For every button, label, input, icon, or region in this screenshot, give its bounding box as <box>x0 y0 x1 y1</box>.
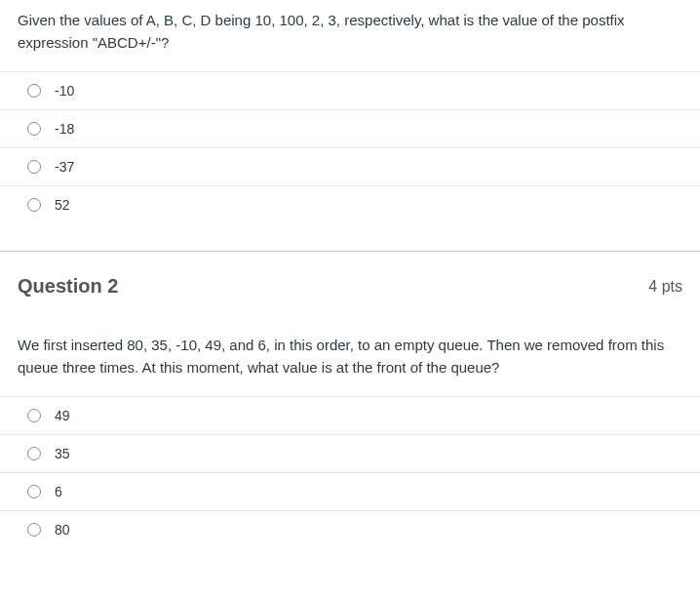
option-label: 52 <box>55 197 70 213</box>
option-row[interactable]: 6 <box>0 473 700 511</box>
question-2-options: 49 35 6 80 <box>0 396 700 548</box>
option-row[interactable]: -18 <box>0 110 700 148</box>
radio-icon[interactable] <box>27 409 41 422</box>
option-row[interactable]: -37 <box>0 148 700 186</box>
option-label: -18 <box>55 121 74 137</box>
option-row[interactable]: 52 <box>0 186 700 223</box>
question-1-prompt: Given the values of A, B, C, D being 10,… <box>0 0 700 71</box>
option-row[interactable]: 80 <box>0 511 700 548</box>
radio-icon[interactable] <box>27 447 41 460</box>
radio-icon[interactable] <box>27 160 41 174</box>
radio-icon[interactable] <box>27 523 41 537</box>
option-label: 80 <box>55 522 70 537</box>
option-row[interactable]: 49 <box>0 397 700 435</box>
question-1-options: -10 -18 -37 52 <box>0 71 700 223</box>
option-label: -10 <box>55 83 74 99</box>
question-1: Given the values of A, B, C, D being 10,… <box>0 0 700 223</box>
option-row[interactable]: -10 <box>0 72 700 110</box>
option-label: 49 <box>55 408 70 423</box>
question-2: Question 2 4 pts We first inserted 80, 3… <box>0 252 700 548</box>
radio-icon[interactable] <box>27 122 41 136</box>
option-label: -37 <box>55 159 74 175</box>
question-2-points: 4 pts <box>648 278 682 296</box>
radio-icon[interactable] <box>27 198 41 212</box>
question-2-prompt: We first inserted 80, 35, -10, 49, and 6… <box>0 325 700 396</box>
radio-icon[interactable] <box>27 84 41 98</box>
option-label: 35 <box>55 446 70 461</box>
option-label: 6 <box>55 484 62 499</box>
option-row[interactable]: 35 <box>0 435 700 473</box>
radio-icon[interactable] <box>27 485 41 498</box>
question-2-header: Question 2 4 pts <box>0 252 700 307</box>
question-2-title: Question 2 <box>18 275 118 298</box>
